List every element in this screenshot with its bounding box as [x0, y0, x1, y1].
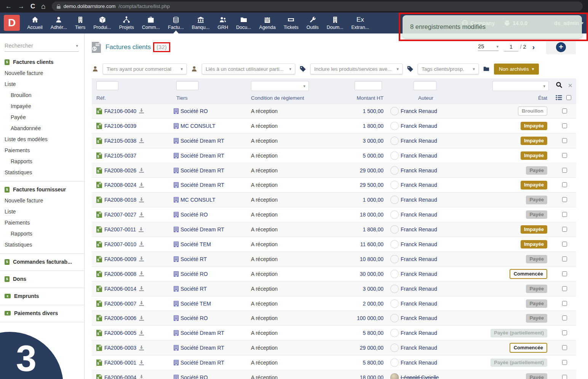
sidebar-item[interactable]: Liste	[0, 78, 84, 89]
row-checkbox[interactable]	[562, 138, 567, 143]
invoice-ref-link[interactable]: FA2006-0003	[104, 345, 136, 351]
filter-select-0[interactable]: Tiers ayant pour commercial▾	[103, 64, 187, 74]
dolibarr-logo[interactable]: D	[4, 15, 20, 31]
col-header-state[interactable]: État	[526, 95, 547, 101]
nav-item-factu[interactable]: Factu...	[164, 13, 188, 33]
sidebar-group-1[interactable]: $Factures fournisseur	[0, 182, 84, 195]
row-checkbox[interactable]	[562, 123, 567, 128]
filter-select-3[interactable]: Tags clients/prosp.▾	[418, 64, 479, 74]
author-link[interactable]: Léopold Cyrielle	[401, 374, 439, 379]
download-icon[interactable]	[139, 256, 144, 261]
filter-select-2[interactable]: Inclure les produits/services ave...▾	[310, 64, 403, 74]
invoice-ref-link[interactable]: FA2007-0010	[104, 241, 136, 247]
company-link[interactable]: Société Dream RT	[181, 226, 224, 232]
invoice-ref-link[interactable]: FA2105-0038	[104, 138, 136, 144]
download-icon[interactable]	[139, 346, 144, 350]
invoice-ref-link[interactable]: FA2008-0024	[104, 182, 136, 188]
row-checkbox[interactable]	[562, 301, 567, 306]
company-link[interactable]: Société Dream RT	[181, 182, 224, 188]
filter-state-select[interactable]: ▾	[492, 81, 549, 91]
filter-condition-select[interactable]: ▾	[251, 81, 309, 91]
sidebar-item[interactable]: Liste des modèles	[0, 134, 84, 145]
add-invoice-button[interactable]: +	[556, 42, 566, 52]
author-link[interactable]: Franck Renaud	[401, 138, 437, 144]
sidebar-item[interactable]: Nouvelle facture	[0, 67, 84, 78]
sidebar-item[interactable]: Statistiques	[0, 167, 84, 178]
nav-item-outils[interactable]: Outils	[302, 13, 323, 33]
nav-item-adhér[interactable]: Adhér...	[46, 13, 71, 33]
invoice-ref-link[interactable]: FA2106-0039	[104, 123, 136, 129]
row-checkbox[interactable]	[562, 108, 567, 113]
author-link[interactable]: Franck Renaud	[401, 226, 437, 232]
download-icon[interactable]	[139, 301, 144, 306]
current-page-input[interactable]: 1	[504, 44, 518, 51]
row-checkbox[interactable]	[562, 227, 567, 232]
sidebar-group-2[interactable]: $Commandes facturab...	[0, 254, 84, 267]
next-page-button[interactable]: ›	[532, 43, 535, 51]
invoice-ref-link[interactable]: FA2006-0008	[104, 271, 136, 277]
company-link[interactable]: Société TEM	[181, 301, 211, 307]
row-checkbox[interactable]	[562, 197, 567, 202]
row-checkbox[interactable]	[562, 168, 567, 173]
home-icon[interactable]: ⌂	[41, 3, 45, 10]
nav-item-tiers[interactable]: Tiers	[71, 13, 89, 33]
invoice-ref-link[interactable]: FA2105-0037	[104, 153, 136, 159]
company-link[interactable]: Société RO	[181, 374, 208, 379]
download-icon[interactable]	[139, 138, 144, 143]
download-icon[interactable]	[139, 108, 144, 113]
author-link[interactable]: Franck Renaud	[401, 123, 437, 129]
row-checkbox[interactable]	[562, 153, 567, 158]
company-link[interactable]: Société RO	[181, 212, 208, 218]
sidebar-item[interactable]: Rapports	[0, 228, 84, 239]
download-icon[interactable]	[139, 286, 144, 291]
nav-item-banqu[interactable]: Banqu...	[188, 13, 214, 33]
nav-item-agenda[interactable]: Agenda	[255, 13, 280, 33]
sidebar-item[interactable]: Statistiques	[0, 239, 84, 250]
filter-author-input[interactable]	[414, 81, 436, 90]
invoice-ref-link[interactable]: FA2006-0014	[104, 286, 136, 292]
company-link[interactable]: MC CONSULT	[181, 123, 216, 129]
invoice-ref-link[interactable]: FA2007-0011	[104, 226, 136, 232]
invoice-ref-link[interactable]: FA2008-0026	[104, 167, 136, 174]
company-link[interactable]: Société RO	[181, 108, 208, 114]
row-checkbox[interactable]	[562, 375, 567, 379]
company-link[interactable]: Société TEM	[181, 241, 211, 247]
row-checkbox[interactable]	[562, 330, 567, 335]
invoice-ref-link[interactable]: FA2008-0018	[104, 197, 136, 203]
invoice-ref-link[interactable]: FA2006-0007	[104, 301, 136, 307]
author-link[interactable]: Franck Renaud	[401, 345, 437, 351]
row-checkbox[interactable]	[562, 286, 567, 291]
back-icon[interactable]: ←	[5, 3, 12, 10]
download-icon[interactable]	[139, 316, 144, 321]
sidebar-item[interactable]: Paiements	[0, 145, 84, 156]
company-link[interactable]: Société RT	[181, 256, 207, 262]
row-checkbox[interactable]	[562, 345, 567, 350]
reload-icon[interactable]: C	[30, 3, 35, 10]
sidebar-item[interactable]: Payée	[0, 111, 84, 123]
download-icon[interactable]	[139, 360, 144, 365]
download-icon[interactable]	[139, 183, 144, 188]
page-size-select[interactable]: 25▾	[478, 43, 499, 51]
sidebar-item[interactable]: Nouvelle facture	[0, 195, 84, 206]
address-bar[interactable]: demo.dolibarrstore.com/compta/facture/li…	[52, 2, 583, 11]
sidebar-group-0[interactable]: $Factures clients	[0, 54, 84, 67]
select-all-checkbox[interactable]	[566, 95, 571, 100]
sidebar-item[interactable]: Rapports	[0, 156, 84, 167]
nav-item-projets[interactable]: Projets	[115, 13, 138, 33]
invoice-ref-link[interactable]: FA2006-0009	[104, 256, 136, 262]
company-link[interactable]: MC CONSULT	[181, 197, 216, 203]
filter-amount-input[interactable]	[355, 81, 382, 90]
column-selector-icon[interactable]	[556, 95, 562, 102]
author-link[interactable]: Franck Renaud	[401, 315, 437, 321]
row-checkbox[interactable]	[562, 242, 567, 247]
company-link[interactable]: Société Dream RT	[181, 360, 224, 366]
row-checkbox[interactable]	[562, 271, 567, 276]
sidebar-search[interactable]: Rechercher ▾	[5, 43, 79, 52]
forward-icon[interactable]: →	[18, 3, 24, 10]
search-icon[interactable]	[556, 81, 563, 90]
sidebar-item[interactable]: Brouillon	[0, 89, 84, 100]
row-checkbox[interactable]	[562, 315, 567, 320]
nav-item-grh[interactable]: GRH	[214, 13, 232, 33]
company-link[interactable]: Société RT	[181, 286, 207, 292]
author-link[interactable]: Franck Renaud	[401, 197, 437, 203]
